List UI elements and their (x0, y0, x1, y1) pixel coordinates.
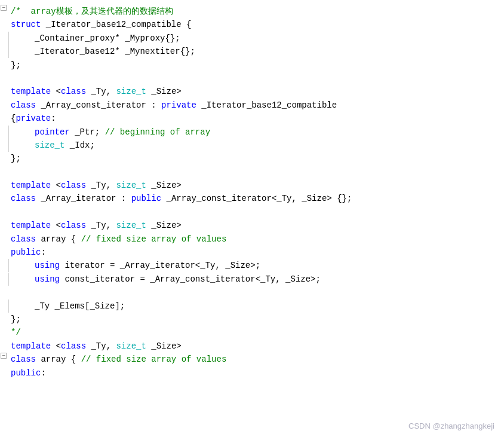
token: pointer (35, 127, 70, 137)
line-content: }; (8, 59, 504, 72)
line-content (8, 166, 504, 179)
code-line: class array { // fixed size array of val… (0, 233, 504, 246)
line-content: _Container_proxy* _Myproxy{}; (32, 32, 504, 45)
token: class (11, 355, 36, 364)
token: size_t (116, 341, 146, 351)
code-line (0, 72, 504, 85)
line-content (8, 72, 504, 85)
token: class (11, 100, 36, 110)
token: class (61, 341, 86, 351)
line-content: class _Array_iterator : public _Array_co… (8, 192, 504, 205)
token: : (41, 368, 45, 378)
code-line: _Container_proxy* _Myproxy{}; (0, 32, 504, 45)
token: class (11, 194, 36, 203)
indent-line (8, 300, 32, 313)
token: using (35, 261, 60, 270)
code-line: size_t _Idx; (0, 139, 504, 152)
line-content: struct _Iterator_base12_compatible { (8, 18, 504, 31)
fold-box[interactable]: − (1, 5, 7, 11)
token: array { (36, 355, 81, 364)
fold-icon[interactable]: − (0, 353, 8, 359)
token: array { (36, 234, 81, 244)
token: _Iterator_base12* _Mynextiter{}; (35, 47, 195, 56)
indent-area (8, 45, 32, 58)
token: }; (11, 314, 21, 324)
indent-area (8, 139, 32, 152)
code-line: −class array { // fixed size array of va… (0, 353, 504, 366)
line-content: */ (8, 326, 504, 339)
indent-line (8, 45, 32, 58)
line-content: template <class _Ty, size_t _Size> (8, 340, 504, 353)
token: public (11, 368, 41, 378)
token: < (51, 341, 61, 351)
watermark: CSDN @zhangzhangkeji (408, 420, 494, 433)
line-content: class array { // fixed size array of val… (8, 353, 504, 366)
token: class (61, 87, 86, 96)
line-content: }; (8, 152, 504, 165)
token: /* (11, 7, 26, 16)
indent-area (8, 273, 32, 286)
token: _Array_const_iterator : (36, 100, 161, 110)
token: _Ty, (86, 87, 116, 96)
token: private (16, 114, 51, 123)
code-line: using iterator = _Array_iterator<_Ty, _S… (0, 259, 504, 272)
code-line: }; (0, 59, 504, 72)
indent-line (8, 139, 32, 152)
code-line (0, 166, 504, 179)
token: _Ty, (86, 181, 116, 190)
token: < (51, 87, 61, 96)
code-line: pointer _Ptr; // beginning of array (0, 126, 504, 139)
indent-line (8, 32, 32, 45)
code-line: −/* array模板，及其迭代器的的数据结构 (0, 5, 504, 18)
line-content: /* array模板，及其迭代器的的数据结构 (8, 5, 504, 18)
line-content: public: (8, 246, 504, 259)
token: _Idx; (64, 140, 94, 150)
fold-box[interactable]: − (1, 353, 7, 359)
token: }; (11, 60, 21, 70)
indent-area (8, 259, 32, 272)
line-content: _Ty _Elems[_Size]; (32, 300, 504, 313)
code-line: template <class _Ty, size_t _Size> (0, 179, 504, 192)
token: class (61, 181, 86, 190)
token: struct (11, 20, 46, 29)
token: template (11, 221, 51, 230)
token: size_t (35, 140, 64, 150)
code-line: {private: (0, 112, 504, 125)
code-line: template <class _Ty, size_t _Size> (0, 219, 504, 232)
line-content (8, 206, 504, 219)
line-content: using iterator = _Array_iterator<_Ty, _S… (32, 259, 504, 272)
token: */ (11, 328, 21, 337)
token: size_t (116, 181, 146, 190)
line-content: class array { // fixed size array of val… (8, 233, 504, 246)
code-line: using const_iterator = _Array_const_iter… (0, 273, 504, 286)
indent-line (8, 126, 32, 139)
code-line (0, 206, 504, 219)
code-line: public: (0, 246, 504, 259)
fold-icon[interactable]: − (0, 5, 8, 11)
code-lines: −/* array模板，及其迭代器的的数据结构struct _Iterator_… (0, 5, 504, 380)
code-line: _Iterator_base12* _Mynextiter{}; (0, 45, 504, 58)
line-content: template <class _Ty, size_t _Size> (8, 179, 504, 192)
token: // beginning of array (105, 127, 210, 137)
code-line: template <class _Ty, size_t _Size> (0, 85, 504, 98)
token: size_t (116, 87, 146, 96)
token: < (51, 221, 61, 230)
code-line: }; (0, 313, 504, 326)
token: < (51, 181, 61, 190)
code-line: */ (0, 326, 504, 339)
token: _Size> (146, 341, 182, 351)
token: _Ptr; (70, 127, 105, 137)
line-content: _Iterator_base12* _Mynextiter{}; (32, 45, 504, 58)
token: _Array_const_iterator<_Ty, _Size> {}; (161, 194, 352, 203)
code-editor: −/* array模板，及其迭代器的的数据结构struct _Iterator_… (0, 0, 504, 440)
token: _Iterator_base12_compatible { (46, 20, 192, 29)
line-content: pointer _Ptr; // beginning of array (32, 126, 504, 139)
indent-area (8, 126, 32, 139)
line-content: template <class _Ty, size_t _Size> (8, 219, 504, 232)
token: : (41, 248, 45, 257)
line-content: public: (8, 366, 504, 380)
token: // fixed size array of values (81, 355, 227, 364)
token: class (11, 234, 36, 244)
code-line: }; (0, 152, 504, 165)
token: : (51, 114, 56, 123)
